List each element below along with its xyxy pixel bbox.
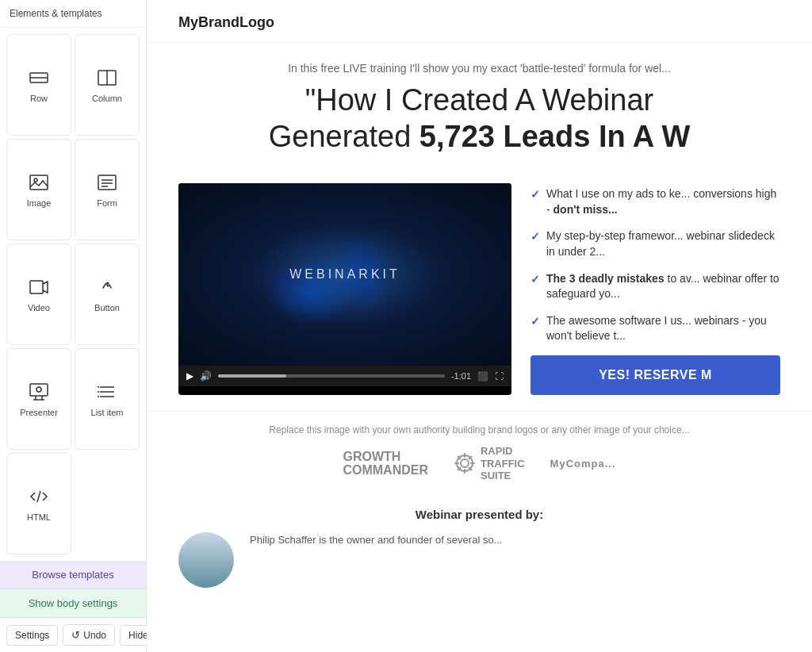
button-icon: [96, 276, 118, 298]
element-presenter[interactable]: Presenter: [6, 348, 71, 450]
element-html[interactable]: HTML: [6, 453, 71, 554]
sidebar-header: Elements & templates: [0, 0, 146, 28]
html-icon: [28, 485, 50, 508]
element-list-item[interactable]: List item: [75, 348, 140, 450]
cta-button[interactable]: YES! RESERVE M: [530, 355, 780, 395]
hero-title: "How I Created A Webinar Generated 5,723…: [178, 82, 780, 155]
video-label: Video: [28, 303, 50, 313]
video-brand-text: WEBINARKIT: [289, 267, 400, 282]
undo-button[interactable]: ↺ Undo: [63, 624, 115, 646]
bullet-text-4: The awesome software I us... webinars - …: [546, 313, 780, 344]
element-form[interactable]: Form: [75, 139, 140, 240]
fullscreen-icon[interactable]: ⛶: [495, 371, 504, 381]
video-screen: WEBINARKIT: [178, 183, 511, 366]
settings-label: Settings: [15, 630, 49, 641]
bottom-toolbar: Settings ↺ Undo Hide ▾ ↻ Redo 🖥 Preview …: [0, 617, 146, 652]
svg-line-23: [37, 491, 40, 502]
logo-rapid-text: RAPIDTRAFFICSUITE: [481, 445, 525, 482]
content-row: WEBINARKIT ▶ 🔊 -1:01 ⬛ ⛶: [147, 175, 812, 411]
check-icon-4: ✓: [530, 314, 540, 330]
presenter-avatar: [178, 532, 234, 588]
logo-growth: GROWTHCOMMANDER: [343, 450, 428, 477]
presenter-icon: [28, 381, 50, 403]
row-label: Row: [30, 94, 48, 103]
bullet-item-2: ✓ My step-by-step framewor... webinar sl…: [530, 228, 780, 259]
video-icon: [28, 276, 50, 298]
logos-section: Replace this image with your own authori…: [147, 411, 812, 495]
svg-point-22: [98, 396, 99, 397]
elements-grid: Row Column: [0, 28, 146, 561]
presenter-row: Philip Schaffer is the owner and founder…: [178, 532, 780, 588]
row-icon: [28, 67, 50, 89]
avatar-image: [178, 532, 234, 588]
presenter-section: Webinar presented by: Philip Schaffer is…: [147, 495, 812, 600]
form-icon: [96, 171, 118, 194]
show-body-settings-button[interactable]: Show body settings: [0, 589, 146, 617]
page-header: MyBrandLogo: [147, 0, 812, 43]
canvas-inner: MyBrandLogo In this free LIVE training I…: [147, 0, 812, 652]
logo-mycompany: MyCompa...: [550, 458, 616, 470]
bullet-text-1: What I use on my ads to ke... conversion…: [546, 186, 780, 217]
play-button[interactable]: ▶: [186, 370, 193, 382]
video-container: WEBINARKIT ▶ 🔊 -1:01 ⬛ ⛶: [178, 183, 511, 395]
check-icon-3: ✓: [530, 272, 540, 288]
image-icon: [28, 171, 50, 194]
svg-rect-12: [30, 384, 48, 396]
hero-title-bold: 5,723 Leads In A W: [419, 120, 690, 153]
bullet-item-4: ✓ The awesome software I us... webinars …: [530, 313, 780, 344]
hero-title-line1: "How I Created A Webinar: [178, 82, 780, 119]
canvas-area: MyBrandLogo In this free LIVE training I…: [147, 0, 812, 652]
html-label: HTML: [27, 512, 51, 522]
gear-icon: [454, 452, 476, 474]
hero-title-text: Generated: [269, 120, 419, 153]
form-label: Form: [97, 198, 117, 208]
svg-point-20: [98, 386, 99, 388]
volume-button[interactable]: 🔊: [200, 370, 212, 382]
bullet-item-1: ✓ What I use on my ads to ke... conversi…: [530, 186, 780, 217]
list-item-label: List item: [91, 408, 124, 417]
undo-label: Undo: [83, 630, 106, 641]
sidebar: Elements & templates Row: [0, 0, 147, 652]
svg-point-16: [36, 387, 41, 392]
element-row[interactable]: Row: [6, 34, 71, 136]
progress-fill: [218, 374, 286, 378]
logo-rapid: RAPIDTRAFFICSUITE: [454, 445, 525, 482]
bullet-text-2: My step-by-step framewor... webinar slid…: [546, 228, 780, 259]
element-column[interactable]: Column: [75, 34, 140, 136]
settings-icon[interactable]: ⬛: [477, 371, 488, 382]
list-icon: [96, 381, 118, 403]
presenter-title: Webinar presented by:: [178, 508, 780, 521]
time-display: -1:01: [451, 371, 471, 381]
video-controls: ▶ 🔊 -1:01 ⬛ ⛶: [178, 366, 511, 386]
hero-section: In this free LIVE training I'll show you…: [147, 43, 812, 175]
element-image[interactable]: Image: [6, 139, 71, 240]
presenter-label: Presenter: [20, 408, 58, 417]
settings-button[interactable]: Settings: [6, 625, 58, 646]
svg-point-11: [107, 282, 109, 285]
hero-subtitle: In this free LIVE training I'll show you…: [178, 62, 780, 75]
presenter-text: Philip Schaffer is the owner and founder…: [250, 532, 502, 548]
check-icon-1: ✓: [530, 187, 540, 203]
logos-row: GROWTHCOMMANDER RAPIDTRAFFICSUITE MyComp…: [178, 445, 780, 482]
brand-logo: MyBrandLogo: [178, 14, 780, 31]
column-icon: [96, 67, 118, 89]
column-label: Column: [92, 94, 122, 103]
svg-point-21: [98, 391, 99, 393]
hide-label: Hide: [128, 630, 148, 641]
element-video[interactable]: Video: [6, 244, 71, 345]
logos-note: Replace this image with your own authori…: [178, 424, 780, 435]
check-icon-2: ✓: [530, 229, 540, 245]
bullet-text-3: The 3 deadly mistakes to av... webinar o…: [546, 271, 780, 302]
svg-point-25: [461, 459, 469, 467]
button-label: Button: [94, 303, 120, 313]
svg-rect-10: [30, 281, 43, 293]
svg-point-5: [34, 178, 37, 182]
element-button[interactable]: Button: [75, 244, 140, 345]
bullet-item-3: ✓ The 3 deadly mistakes to av... webinar…: [530, 271, 780, 302]
browse-templates-button[interactable]: Browse templates: [0, 561, 146, 589]
svg-rect-6: [98, 175, 116, 190]
image-label: Image: [27, 198, 52, 208]
hero-title-line2: Generated 5,723 Leads In A W: [178, 119, 780, 155]
progress-bar[interactable]: [218, 374, 445, 378]
undo-icon: ↺: [71, 629, 80, 641]
